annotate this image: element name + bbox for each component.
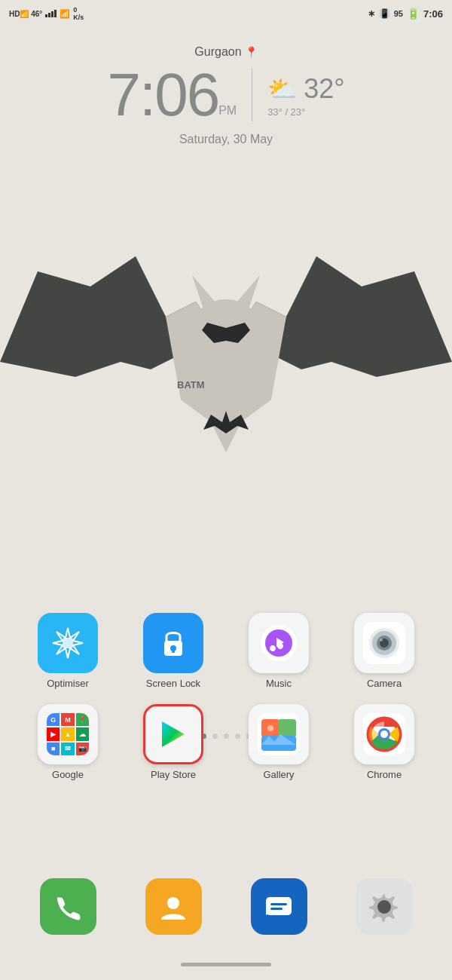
phone-icon (40, 878, 96, 935)
chrome-label: Chrome (367, 769, 402, 780)
svg-rect-26 (270, 908, 282, 910)
battery-level: 95 (394, 9, 403, 18)
google-icon: G M 📍 ▶ ▲ ☁ ■ ✉ 📷 (38, 704, 98, 764)
app-screen-lock[interactable]: Screen Lock (132, 613, 215, 689)
carrier-text: HD📶 46° (9, 10, 42, 18)
clock-display: 7:06 PM (107, 65, 237, 125)
time-large: 7:06 (107, 65, 218, 125)
app-gallery[interactable]: Gallery (237, 704, 320, 780)
svg-point-13 (380, 639, 383, 642)
clock-weather-row: 7:06 PM ⛅ 32° 33° / 23° (0, 65, 452, 125)
weather-icon: ⛅ (267, 75, 298, 103)
app-play-store[interactable]: Play Store (132, 704, 215, 780)
location-text: Gurgaon (194, 45, 241, 59)
contacts-icon (145, 878, 202, 935)
screen-lock-label: Screen Lock (146, 678, 200, 689)
dock-contacts[interactable] (136, 878, 211, 935)
music-icon (249, 613, 309, 673)
vibrate-icon: 📳 (379, 8, 390, 19)
svg-point-18 (267, 725, 273, 731)
camera-label: Camera (367, 678, 402, 689)
app-grid: Optimiser Screen Lock (0, 613, 452, 795)
status-left: HD📶 46° 📶 0K/s (9, 6, 84, 21)
date-display: Saturday, 30 May (0, 133, 452, 146)
optimiser-icon (38, 613, 98, 673)
svg-point-22 (380, 730, 388, 738)
screen-lock-icon (143, 613, 203, 673)
messages-icon (251, 878, 307, 935)
google-grid: G M 📍 ▶ ▲ ☁ ■ ✉ 📷 (47, 713, 89, 755)
svg-point-23 (167, 897, 179, 909)
gallery-icon (249, 704, 309, 764)
gallery-label: Gallery (263, 769, 294, 780)
optimiser-label: Optimiser (47, 678, 89, 689)
app-google[interactable]: G M 📍 ▶ ▲ ☁ ■ ✉ 📷 Google (26, 704, 109, 780)
google-label: Google (52, 769, 84, 780)
clock-area: Gurgaon 📍 7:06 PM ⛅ 32° 33° / 23° Saturd… (0, 45, 452, 146)
dock-settings[interactable] (347, 878, 422, 935)
status-bar: HD📶 46° 📶 0K/s ∗ 📳 95 🔋 7:06 (0, 0, 452, 27)
data-speed: 0K/s (73, 6, 84, 21)
play-store-label: Play Store (151, 769, 196, 780)
ampm-label: PM (218, 104, 237, 118)
home-bar[interactable] (181, 963, 271, 966)
status-right: ∗ 📳 95 🔋 7:06 (368, 8, 443, 20)
app-optimiser[interactable]: Optimiser (26, 613, 109, 689)
dock-phone[interactable] (30, 878, 105, 935)
chrome-icon (354, 704, 414, 764)
location-pin-icon: 📍 (245, 46, 258, 58)
svg-rect-25 (270, 903, 287, 905)
app-music[interactable]: Music (237, 613, 320, 689)
dock (0, 878, 452, 935)
camera-icon (354, 613, 414, 673)
app-camera[interactable]: Camera (343, 613, 426, 689)
settings-icon (356, 878, 413, 935)
signal-icon (45, 10, 56, 17)
wifi-icon: 📶 (60, 9, 70, 19)
svg-rect-2 (63, 638, 73, 648)
app-row-1: Optimiser Screen Lock (15, 613, 437, 689)
svg-rect-5 (172, 649, 175, 653)
battery-icon: 🔋 (407, 8, 420, 20)
time-display: 7:06 (423, 8, 443, 20)
weather-top: ⛅ 32° (267, 73, 344, 105)
location-display: Gurgaon 📍 (0, 45, 452, 59)
temperature-range: 33° / 23° (267, 106, 344, 118)
temperature-main: 32° (304, 73, 344, 105)
play-store-icon (143, 704, 203, 764)
batman-wallpaper: BATM (0, 211, 452, 498)
dock-messages[interactable] (241, 878, 316, 935)
weather-info: ⛅ 32° 33° / 23° (267, 73, 344, 118)
app-chrome[interactable]: Chrome (343, 704, 426, 780)
app-row-2: G M 📍 ▶ ▲ ☁ ■ ✉ 📷 Google (15, 704, 437, 780)
svg-text:BATM: BATM (177, 379, 205, 390)
bluetooth-icon: ∗ (368, 8, 375, 19)
clock-weather-divider (252, 69, 252, 121)
music-label: Music (266, 678, 292, 689)
